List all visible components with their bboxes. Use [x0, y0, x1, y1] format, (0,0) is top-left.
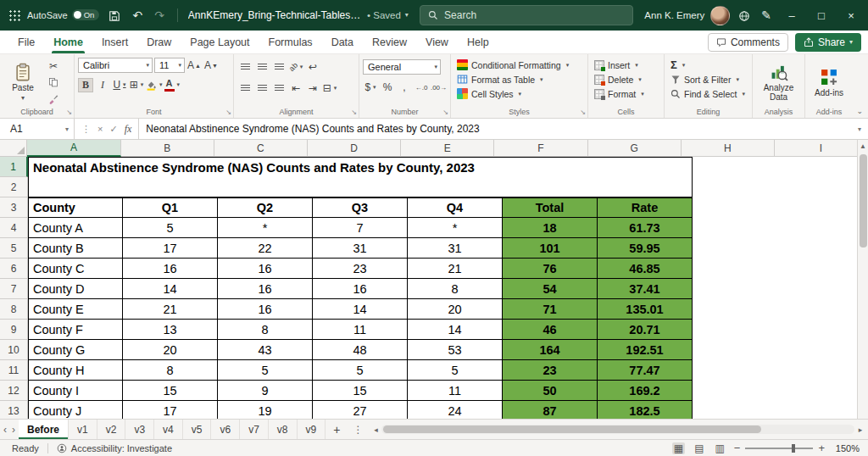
font-size-select[interactable]: 11: [154, 58, 185, 73]
normal-view-button[interactable]: ▦: [672, 442, 685, 454]
column-header-H[interactable]: H: [682, 140, 775, 157]
conditional-formatting-button[interactable]: Conditional Formatting: [454, 58, 584, 72]
maximize-button[interactable]: □: [810, 3, 833, 27]
zoom-slider[interactable]: [745, 448, 813, 449]
header-cell-q2[interactable]: Q2: [218, 197, 313, 218]
page-break-view-button[interactable]: ▥: [713, 442, 726, 454]
row-header-1[interactable]: 1: [0, 157, 28, 177]
cell-B12[interactable]: 15: [123, 381, 218, 401]
sheet-tab-v5[interactable]: v5: [183, 420, 212, 439]
increase-decimal-button[interactable]: ←.0: [414, 81, 429, 95]
cell-C4[interactable]: *: [218, 218, 313, 238]
merge-center-button[interactable]: ⊟: [322, 81, 337, 96]
cell-B10[interactable]: 20: [123, 340, 218, 360]
cell-F7[interactable]: 54: [503, 279, 598, 299]
scroll-left-arrow[interactable]: ◂: [370, 425, 381, 434]
menu-tab-draw[interactable]: Draw: [137, 31, 181, 53]
zoom-slider-thumb[interactable]: [792, 444, 795, 453]
cell-G6[interactable]: 46.85: [598, 259, 693, 279]
cell-B11[interactable]: 8: [123, 360, 218, 381]
row-header-13[interactable]: 13: [0, 401, 28, 419]
cell-F6[interactable]: 76: [503, 259, 598, 279]
format-as-table-button[interactable]: Format as Table: [454, 72, 584, 86]
header-cell-q4[interactable]: Q4: [408, 197, 503, 218]
format-painter-button[interactable]: [46, 92, 61, 106]
cell-F9[interactable]: 46: [503, 320, 598, 340]
menu-tab-data[interactable]: Data: [322, 31, 363, 53]
cell-E10[interactable]: 53: [408, 340, 503, 360]
increase-indent-button[interactable]: ⇥: [305, 81, 320, 96]
cell-C6[interactable]: 16: [218, 259, 313, 279]
currency-button[interactable]: $: [363, 81, 378, 95]
user-name[interactable]: Ann K. Emery: [644, 10, 704, 20]
number-dialog-launcher[interactable]: ↘: [442, 108, 448, 116]
header-cell-rate[interactable]: Rate: [598, 197, 693, 218]
orientation-button[interactable]: ab: [288, 60, 303, 75]
cell-D11[interactable]: 5: [313, 360, 408, 381]
menu-tab-file[interactable]: File: [8, 31, 44, 53]
comments-button[interactable]: Comments: [708, 33, 788, 52]
cell-B8[interactable]: 21: [123, 299, 218, 320]
cell-F12[interactable]: 50: [503, 381, 598, 401]
cell-G11[interactable]: 77.47: [598, 360, 693, 381]
header-cell-county[interactable]: County: [28, 197, 123, 218]
app-launcher-icon[interactable]: [8, 9, 20, 21]
cell-D6[interactable]: 23: [313, 259, 408, 279]
column-header-F[interactable]: F: [494, 140, 587, 157]
cell-C10[interactable]: 43: [218, 340, 313, 360]
column-header-I[interactable]: I: [775, 140, 868, 157]
row-header-9[interactable]: 9: [0, 320, 28, 340]
insert-cells-button[interactable]: Insert: [592, 58, 660, 72]
horizontal-scroll-track[interactable]: [381, 425, 854, 434]
cell-F4[interactable]: 18: [503, 218, 598, 238]
comma-style-button[interactable]: ,: [397, 81, 412, 95]
row-header-12[interactable]: 12: [0, 381, 28, 401]
undo-button[interactable]: ↶: [130, 8, 145, 22]
cell-D5[interactable]: 31: [313, 238, 408, 259]
document-title[interactable]: AnnKEmery_Bring-Technical-Tables-t… • Sa…: [188, 9, 409, 21]
all-sheets-button[interactable]: ⋮: [348, 420, 368, 439]
menu-tab-home[interactable]: Home: [44, 31, 92, 53]
font-name-select[interactable]: Calibri: [78, 58, 153, 73]
cell-A1-title[interactable]: Neonatal Abstinence Syndrome (NAS) Count…: [28, 157, 693, 197]
accessibility-status[interactable]: Accessibility: Investigate: [57, 443, 172, 453]
autosum-button[interactable]: Σ: [668, 58, 748, 72]
cell-G12[interactable]: 169.2: [598, 381, 693, 401]
cell-D8[interactable]: 14: [313, 299, 408, 320]
row-header-11[interactable]: 11: [0, 360, 28, 381]
vertical-scrollbar[interactable]: ▲: [857, 140, 868, 419]
decrease-indent-button[interactable]: ⇤: [288, 81, 303, 96]
cell-B6[interactable]: 16: [123, 259, 218, 279]
cancel-entry-button[interactable]: ×: [97, 124, 103, 134]
menu-tab-review[interactable]: Review: [363, 31, 416, 53]
cell-B7[interactable]: 14: [123, 279, 218, 299]
cell-styles-button[interactable]: Cell Styles: [454, 86, 584, 101]
cell-E9[interactable]: 14: [408, 320, 503, 340]
borders-button[interactable]: ⊞: [129, 78, 144, 92]
bold-button[interactable]: B: [78, 78, 93, 92]
cell-D7[interactable]: 16: [313, 279, 408, 299]
align-center-button[interactable]: [254, 81, 270, 96]
percent-button[interactable]: %: [380, 81, 395, 95]
underline-button[interactable]: U: [112, 78, 127, 92]
cell-B5[interactable]: 17: [123, 238, 218, 259]
align-left-button[interactable]: [237, 81, 253, 96]
cell-C7[interactable]: 16: [218, 279, 313, 299]
menu-tab-help[interactable]: Help: [458, 31, 498, 53]
cell-A5[interactable]: County B: [28, 238, 123, 259]
sheet-tab-v4[interactable]: v4: [154, 420, 183, 439]
italic-button[interactable]: I: [95, 78, 110, 92]
cell-E5[interactable]: 31: [408, 238, 503, 259]
cell-G4[interactable]: 61.73: [598, 218, 693, 238]
collapse-ribbon-button[interactable]: ⌄: [856, 107, 863, 115]
align-right-button[interactable]: [271, 81, 287, 96]
cell-G7[interactable]: 37.41: [598, 279, 693, 299]
sheet-tab-v6[interactable]: v6: [211, 420, 240, 439]
menu-tab-formulas[interactable]: Formulas: [259, 31, 322, 53]
column-header-E[interactable]: E: [401, 140, 494, 157]
column-header-G[interactable]: G: [588, 140, 682, 157]
cell-C13[interactable]: 19: [218, 401, 313, 419]
header-cell-total[interactable]: Total: [503, 197, 598, 218]
cell-B4[interactable]: 5: [123, 218, 218, 238]
cell-E7[interactable]: 8: [408, 279, 503, 299]
